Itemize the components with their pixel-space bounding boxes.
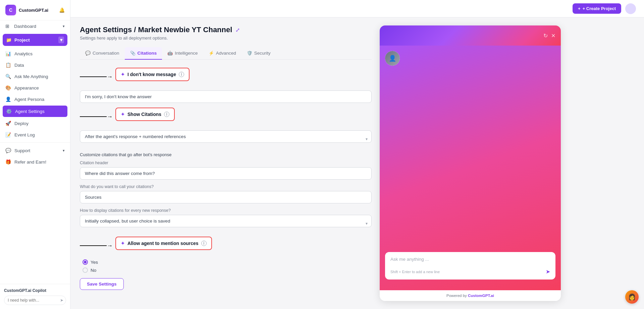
- allow-sources-info-icon[interactable]: i: [201, 241, 207, 246]
- sidebar-item-data[interactable]: 📋 Data: [0, 59, 70, 71]
- intelligence-tab-icon: 🤖: [167, 51, 173, 56]
- chevron-down-icon: ▾: [63, 148, 65, 153]
- chat-hint: Shift + Enter to add a new line: [390, 270, 440, 274]
- share-icon[interactable]: ⤢: [235, 27, 240, 33]
- dont-know-input[interactable]: [80, 90, 372, 103]
- sidebar-item-analytics[interactable]: 📊 Analytics: [0, 48, 70, 59]
- citations-name-label: What do you want to call your citations?: [80, 184, 372, 189]
- tab-citations[interactable]: 📎 Citations: [125, 47, 162, 60]
- citation-header-input[interactable]: [80, 167, 372, 180]
- support-icon: 💬: [5, 148, 11, 153]
- project-button[interactable]: 📁 Project ▾: [3, 34, 67, 46]
- chat-preview-panel: ↻ ✕ 👤 Ask me anything ... Shift + Enter …: [380, 25, 561, 301]
- sidebar-item-agent-persona[interactable]: 👤 Agent Persona: [0, 94, 70, 105]
- chat-input-area: Ask me anything ... Shift + Enter to add…: [385, 252, 555, 280]
- sidebar-item-deploy[interactable]: 🚀 Deploy: [0, 118, 70, 129]
- create-project-button[interactable]: + + Create Project: [573, 3, 621, 14]
- ask-icon: 🔍: [5, 74, 11, 79]
- conversation-tab-icon: 💬: [85, 51, 91, 56]
- show-citations-info-icon[interactable]: i: [164, 112, 169, 117]
- sidebar-item-label: Data: [14, 63, 24, 68]
- show-citations-section-header: ✦ Show Citations i: [115, 108, 175, 121]
- sidebar-item-dashboard[interactable]: ⊞ Dashboard ▾: [0, 20, 70, 32]
- analytics-icon: 📊: [5, 51, 11, 56]
- bottom-avatar[interactable]: 👩: [625, 290, 639, 304]
- sidebar-item-label: Analytics: [14, 51, 33, 56]
- radio-yes-circle: [83, 259, 88, 265]
- chat-agent-avatar: 👤: [385, 51, 400, 66]
- show-citations-label: Show Citations: [127, 112, 161, 117]
- topbar: + + Create Project: [70, 0, 644, 17]
- show-citations-select[interactable]: After the agent's response + numbered re…: [80, 130, 372, 143]
- logo-text: CustomGPT.ai: [19, 8, 48, 13]
- chat-footer: Powered by CustomGPT.ai: [380, 290, 561, 301]
- tab-citations-label: Citations: [138, 51, 157, 56]
- sidebar-item-appearance[interactable]: 🎨 Appearance: [0, 82, 70, 94]
- sidebar-item-refer[interactable]: 🎁 Refer and Earn!: [0, 156, 70, 168]
- sidebar-item-support[interactable]: 💬 Support ▾: [0, 145, 70, 156]
- radio-no-label: No: [91, 268, 96, 273]
- dashboard-icon: ⊞: [5, 23, 11, 29]
- appearance-icon: 🎨: [5, 85, 11, 90]
- page-title-row: Agent Settings / Market Newbie YT Channe…: [80, 25, 372, 34]
- sidebar-item-agent-settings[interactable]: ⚙️ Agent Settings: [3, 106, 67, 117]
- close-icon[interactable]: ✕: [551, 33, 555, 39]
- dont-know-label: I don't know message: [127, 72, 176, 77]
- sidebar-item-label: Support: [14, 148, 30, 153]
- citations-name-input[interactable]: [80, 191, 372, 203]
- page-title: Agent Settings / Market Newbie YT Channe…: [80, 25, 232, 34]
- radio-no[interactable]: No: [83, 267, 372, 273]
- citations-tab-icon: 📎: [130, 51, 136, 56]
- notification-icon[interactable]: 🔔: [59, 7, 65, 13]
- deploy-icon: 🚀: [5, 121, 11, 126]
- sidebar-item-event-log[interactable]: 📝 Event Log: [0, 129, 70, 140]
- advanced-tab-icon: ⚡: [209, 51, 214, 56]
- refer-icon: 🎁: [5, 159, 11, 165]
- dont-know-info-icon[interactable]: i: [179, 72, 184, 77]
- tabs: 💬 Conversation 📎 Citations 🤖 Intelligenc…: [80, 47, 372, 60]
- main-area: + + Create Project Agent Settings / Mark…: [70, 0, 644, 309]
- refresh-icon[interactable]: ↻: [543, 33, 548, 39]
- tab-security[interactable]: 🛡️ Security: [241, 47, 276, 60]
- chat-placeholder[interactable]: Ask me anything ...: [390, 257, 550, 262]
- chat-footer-text: Powered by: [446, 294, 468, 298]
- user-avatar[interactable]: [625, 3, 636, 14]
- tab-intelligence-label: Intelligence: [175, 51, 198, 56]
- sidebar-item-label: Event Log: [14, 132, 35, 137]
- radio-no-circle: [83, 267, 88, 273]
- copilot-send-icon[interactable]: ➤: [60, 298, 63, 303]
- display-select[interactable]: Initially collapsed, but user choice is …: [80, 215, 372, 227]
- chat-input-footer: Shift + Enter to add a new line ➤: [390, 268, 550, 275]
- save-settings-button[interactable]: Save Settings: [80, 278, 124, 290]
- sidebar-item-ask-me-anything[interactable]: 🔍 Ask Me Anything: [0, 71, 70, 82]
- sidebar-item-label: Deploy: [14, 121, 29, 126]
- tab-intelligence[interactable]: 🤖 Intelligence: [162, 47, 203, 60]
- copilot-title: CustomGPT.ai Copilot: [4, 288, 66, 293]
- tab-conversation-label: Conversation: [93, 51, 119, 56]
- tab-advanced[interactable]: ⚡ Advanced: [203, 47, 241, 60]
- divider: [0, 142, 70, 143]
- tab-conversation[interactable]: 💬 Conversation: [80, 47, 125, 60]
- allow-sources-radio-group: Yes No: [83, 259, 372, 273]
- project-chevron-icon: ▾: [58, 37, 64, 43]
- event-log-icon: 📝: [5, 132, 11, 137]
- copilot-input[interactable]: [8, 298, 58, 303]
- sparkle-icon: ✦: [121, 72, 125, 77]
- sparkle-icon3: ✦: [121, 241, 125, 246]
- sidebar-item-label: Refer and Earn!: [14, 160, 46, 165]
- data-icon: 📋: [5, 62, 11, 68]
- sidebar-item-label: Appearance: [14, 85, 39, 90]
- copilot-section: CustomGPT.ai Copilot ➤: [0, 284, 70, 309]
- plus-icon: +: [578, 6, 581, 11]
- page-subtitle: Settings here apply to all deployment op…: [80, 36, 372, 41]
- sidebar: C CustomGPT.ai 🔔 ⊞ Dashboard ▾ 📁 Project…: [0, 0, 70, 309]
- settings-icon: ⚙️: [6, 109, 12, 114]
- allow-sources-section-header: ✦ Allow agent to mention sources i: [115, 237, 212, 250]
- chat-send-icon[interactable]: ➤: [546, 268, 550, 275]
- radio-yes-label: Yes: [91, 260, 98, 265]
- persona-icon: 👤: [5, 97, 11, 102]
- copilot-input-wrapper: ➤: [4, 296, 66, 305]
- radio-yes[interactable]: Yes: [83, 259, 372, 265]
- chat-header: ↻ ✕: [380, 25, 561, 46]
- sidebar-item-label: Agent Persona: [14, 97, 44, 102]
